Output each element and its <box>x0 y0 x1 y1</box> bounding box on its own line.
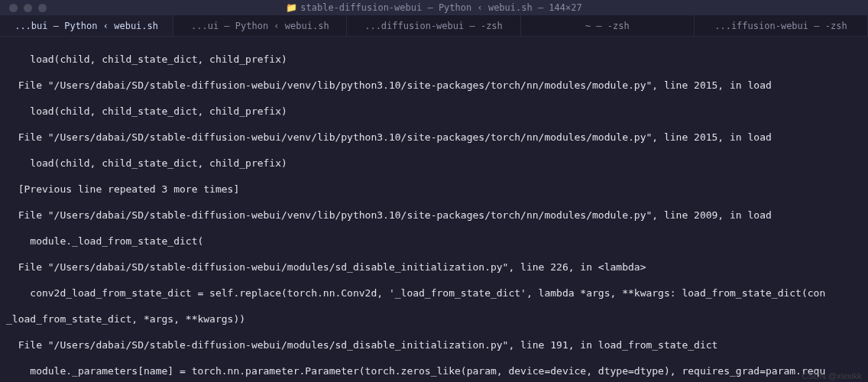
traceback-line: File "/Users/dabai/SD/stable-diffusion-w… <box>6 261 862 274</box>
tab-2[interactable]: ...diffusion-webui — -zsh <box>347 15 520 36</box>
window-title-text: stable-diffusion-webui — Python ‹ webui.… <box>300 2 581 13</box>
tab-4[interactable]: ...iffusion-webui — -zsh <box>695 15 868 36</box>
traceback-line: [Previous line repeated 3 more times] <box>6 183 862 196</box>
watermark: CSDN @xiexikk <box>802 371 862 380</box>
folder-icon: 📁 <box>286 2 297 13</box>
close-window-button[interactable] <box>9 4 18 12</box>
tab-1[interactable]: ...ui — Python ‹ webui.sh <box>173 15 347 36</box>
traceback-line: load(child, child_state_dict, child_pref… <box>6 157 862 170</box>
traceback-line: load(child, child_state_dict, child_pref… <box>6 105 862 118</box>
tab-3[interactable]: ~ — -zsh <box>521 15 695 36</box>
traceback-line: File "/Users/dabai/SD/stable-diffusion-w… <box>6 79 862 92</box>
traceback-line: File "/Users/dabai/SD/stable-diffusion-w… <box>6 338 862 351</box>
window-titlebar: 📁stable-diffusion-webui — Python ‹ webui… <box>0 0 868 15</box>
window-title: 📁stable-diffusion-webui — Python ‹ webui… <box>8 2 860 13</box>
traceback-line: module._parameters[name] = torch.nn.para… <box>6 364 862 377</box>
traffic-lights <box>9 4 47 12</box>
traceback-line: module._load_from_state_dict( <box>6 235 862 248</box>
traceback-line: conv2d_load_from_state_dict = self.repla… <box>6 286 862 299</box>
traceback-line: File "/Users/dabai/SD/stable-diffusion-w… <box>6 131 862 144</box>
terminal-output[interactable]: load(child, child_state_dict, child_pref… <box>0 37 868 382</box>
minimize-window-button[interactable] <box>24 4 32 12</box>
maximize-window-button[interactable] <box>38 4 47 12</box>
tab-0[interactable]: ...bui — Python ‹ webui.sh <box>0 15 173 36</box>
traceback-line: load(child, child_state_dict, child_pref… <box>6 53 862 66</box>
traceback-line: _load_from_state_dict, *args, **kwargs)) <box>6 312 862 325</box>
tab-bar: ...bui — Python ‹ webui.sh ...ui — Pytho… <box>0 15 868 37</box>
traceback-line: File "/Users/dabai/SD/stable-diffusion-w… <box>6 209 862 222</box>
